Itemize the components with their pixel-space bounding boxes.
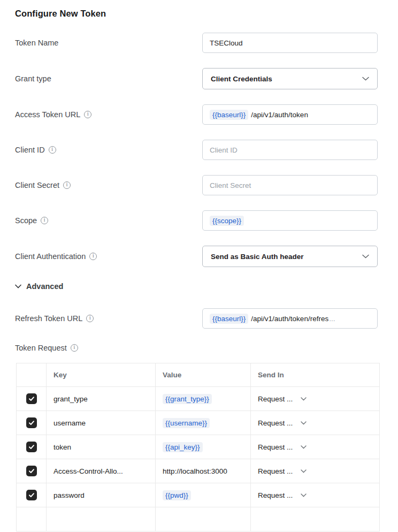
- token-name-label: Token Name: [15, 39, 202, 47]
- client-secret-placeholder: Client Secret: [210, 181, 251, 189]
- client-secret-label: Client Secret: [15, 181, 202, 189]
- client-authentication-value: Send as Basic Auth header: [211, 253, 304, 261]
- row-checkbox[interactable]: [26, 442, 37, 452]
- send-in-column-header: Send In: [251, 363, 380, 387]
- variable-pill: {{pwd}}: [163, 490, 191, 500]
- send-in-select[interactable]: Request ...: [258, 419, 372, 427]
- token-name-value: TSECloud: [210, 39, 243, 47]
- client-authentication-label: Client Authentication: [15, 252, 202, 261]
- token-request-label: Token Request: [15, 344, 378, 352]
- chevron-down-icon: [301, 493, 307, 497]
- form-row-client-authentication: Client Authentication Send as Basic Auth…: [15, 246, 378, 267]
- info-icon[interactable]: [84, 111, 91, 118]
- variable-pill: {{username}}: [163, 418, 210, 428]
- variable-pill: {{baseurl}}: [210, 110, 248, 120]
- value-cell[interactable]: {{pwd}}: [156, 483, 251, 507]
- send-in-select[interactable]: Request ...: [258, 491, 372, 499]
- send-in-select[interactable]: Request ...: [258, 467, 372, 475]
- key-cell[interactable]: password: [47, 483, 156, 507]
- checkmark-icon: [28, 443, 35, 451]
- scope-label: Scope: [15, 216, 202, 225]
- key-cell[interactable]: username: [47, 411, 156, 435]
- variable-pill: {{baseurl}}: [210, 314, 248, 324]
- url-path: /api/v1/auth/token: [251, 111, 308, 119]
- client-id-label: Client ID: [15, 146, 202, 154]
- chevron-down-icon: [362, 77, 369, 81]
- client-secret-input[interactable]: Client Secret: [202, 175, 378, 195]
- form-row-grant-type: Grant type Client Credentials: [15, 68, 378, 89]
- form-row-refresh-token-url: Refresh Token URL {{baseurl}} /api/v1/au…: [15, 308, 378, 329]
- info-icon[interactable]: [49, 146, 56, 154]
- token-name-input[interactable]: TSECloud: [202, 33, 378, 53]
- access-token-url-label: Access Token URL: [15, 110, 202, 119]
- table-row: password {{pwd}} Request ...: [17, 483, 380, 507]
- url-path: /api/v1/auth/token/refres: [251, 315, 328, 323]
- value-cell[interactable]: {{username}}: [156, 411, 251, 435]
- variable-pill: {{scope}}: [210, 216, 244, 226]
- table-header-row: Key Value Send In: [17, 363, 380, 387]
- table-row: grant_type {{grant_type}} Request ...: [17, 387, 380, 411]
- info-icon[interactable]: [63, 181, 71, 189]
- key-cell[interactable]: token: [47, 435, 156, 459]
- advanced-section-toggle[interactable]: Advanced: [15, 282, 378, 291]
- client-id-placeholder: Client ID: [210, 146, 238, 154]
- chevron-down-icon: [362, 254, 369, 259]
- advanced-section-label: Advanced: [26, 282, 63, 291]
- table-row: token {{api_key}} Request ...: [17, 435, 380, 459]
- form-row-access-token-url: Access Token URL {{baseurl}} /api/v1/aut…: [15, 104, 378, 125]
- chevron-down-icon: [15, 284, 21, 288]
- chevron-down-icon: [301, 445, 307, 449]
- value-cell[interactable]: {{grant_type}}: [156, 387, 251, 411]
- table-row: username {{username}} Request ...: [17, 411, 380, 435]
- info-icon[interactable]: [89, 253, 97, 260]
- value-cell[interactable]: http://localhost:3000: [156, 459, 251, 483]
- truncation-ellipsis: ...: [329, 315, 335, 323]
- row-checkbox[interactable]: [26, 490, 37, 500]
- send-in-select[interactable]: Request ...: [258, 443, 372, 451]
- key-cell[interactable]: Access-Control-Allo...: [47, 459, 156, 483]
- form-row-token-name: Token Name TSECloud: [15, 33, 378, 53]
- chevron-down-icon: [301, 469, 307, 473]
- chevron-down-icon: [301, 397, 307, 401]
- variable-pill: {{grant_type}}: [163, 394, 212, 404]
- grant-type-label: Grant type: [15, 74, 202, 83]
- grant-type-select[interactable]: Client Credentials: [202, 68, 378, 89]
- row-checkbox[interactable]: [26, 466, 37, 476]
- client-authentication-select[interactable]: Send as Basic Auth header: [202, 246, 378, 267]
- row-checkbox[interactable]: [26, 417, 37, 428]
- info-icon[interactable]: [71, 344, 78, 352]
- key-cell[interactable]: grant_type: [47, 387, 156, 411]
- variable-pill: {{api_key}}: [163, 442, 203, 452]
- info-icon[interactable]: [86, 315, 94, 322]
- checkmark-icon: [28, 395, 35, 402]
- configure-token-panel: Configure New Token Token Name TSECloud …: [0, 0, 398, 531]
- info-icon[interactable]: [41, 217, 48, 224]
- row-checkbox[interactable]: [26, 393, 37, 404]
- chevron-down-icon: [301, 421, 307, 425]
- key-column-header: Key: [47, 363, 156, 387]
- send-in-select[interactable]: Request ...: [258, 395, 372, 403]
- refresh-token-url-input[interactable]: {{baseurl}} /api/v1/auth/token/refres ..…: [202, 308, 378, 329]
- checkmark-icon: [28, 467, 35, 475]
- select-column-header: [17, 363, 47, 387]
- scope-input[interactable]: {{scope}}: [202, 210, 378, 231]
- checkmark-icon: [28, 491, 35, 499]
- grant-type-value: Client Credentials: [211, 75, 272, 83]
- refresh-token-url-label: Refresh Token URL: [15, 314, 202, 323]
- table-row-partial: [17, 507, 380, 531]
- access-token-url-input[interactable]: {{baseurl}} /api/v1/auth/token: [202, 104, 378, 125]
- token-request-table: Key Value Send In grant_type {{grant_typ…: [16, 363, 380, 531]
- page-title: Configure New Token: [15, 9, 378, 19]
- checkmark-icon: [28, 419, 35, 427]
- form-row-scope: Scope {{scope}}: [15, 210, 378, 231]
- value-column-header: Value: [156, 363, 251, 387]
- form-row-client-secret: Client Secret Client Secret: [15, 175, 378, 195]
- table-row: Access-Control-Allo... http://localhost:…: [17, 459, 380, 483]
- client-id-input[interactable]: Client ID: [202, 140, 378, 160]
- value-cell[interactable]: {{api_key}}: [156, 435, 251, 459]
- form-row-client-id: Client ID Client ID: [15, 140, 378, 160]
